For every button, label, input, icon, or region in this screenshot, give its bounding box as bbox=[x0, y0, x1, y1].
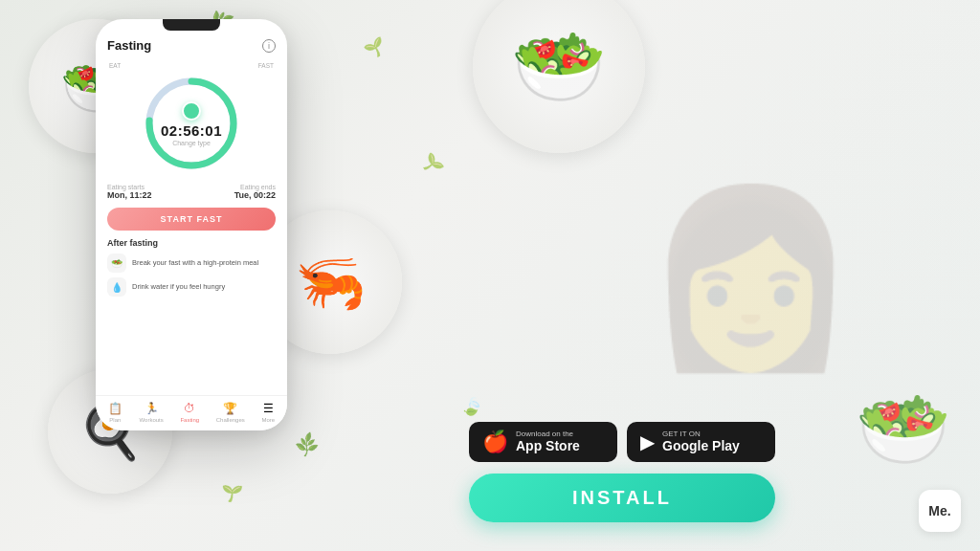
nav-challenges[interactable]: 🏆 Challenges bbox=[216, 402, 245, 423]
fast-label: FAST bbox=[258, 62, 274, 69]
eating-ends: Eating ends Tue, 00:22 bbox=[234, 184, 276, 200]
eating-starts: Eating starts Mon, 11:22 bbox=[107, 184, 152, 200]
tip-item-1: 🥗 Break your fast with a high-protein me… bbox=[107, 253, 276, 273]
challenges-icon: 🏆 bbox=[223, 402, 237, 415]
google-play-sub: GET IT ON bbox=[662, 430, 740, 438]
nav-workouts-label: Workouts bbox=[140, 417, 164, 423]
nav-more-label: More bbox=[261, 417, 275, 423]
fasting-icon: ⏱ bbox=[184, 402, 195, 415]
eating-ends-label: Eating ends bbox=[234, 184, 276, 190]
timer-time: 02:56:01 bbox=[161, 122, 222, 139]
eating-starts-label: Eating starts bbox=[107, 184, 152, 190]
timer-change-label: Change type bbox=[172, 140, 211, 146]
timer-inner: 02:56:01 Change type bbox=[139, 71, 244, 176]
tip-text-2: Drink water if you feel hungry bbox=[132, 282, 225, 292]
eating-info: Eating starts Mon, 11:22 Eating ends Tue… bbox=[107, 184, 276, 200]
phone-frame: Fasting i EAT FAST 02:56:01 bbox=[96, 19, 287, 430]
plan-icon: 📋 bbox=[108, 402, 122, 415]
after-fasting-title: After fasting bbox=[107, 238, 276, 248]
app-store-button[interactable]: 🍎 Download on the App Store bbox=[469, 422, 617, 462]
google-icon: ▶ bbox=[640, 430, 655, 453]
nav-challenges-label: Challenges bbox=[216, 417, 245, 423]
app-store-main: App Store bbox=[516, 438, 580, 454]
app-store-text: Download on the App Store bbox=[516, 430, 580, 454]
nav-plan[interactable]: 📋 Plan bbox=[108, 402, 122, 423]
google-play-text: GET IT ON Google Play bbox=[662, 430, 740, 454]
app-store-sub: Download on the bbox=[516, 430, 580, 438]
nav-fasting[interactable]: ⏱ Fasting bbox=[180, 402, 199, 423]
nav-fasting-label: Fasting bbox=[180, 417, 199, 423]
start-fast-button[interactable]: START FAST bbox=[107, 208, 276, 231]
salad-bowl-decor: 🥗 bbox=[856, 385, 951, 474]
tip-item-2: 💧 Drink water if you feel hungry bbox=[107, 277, 276, 297]
tip-text-1: Break your fast with a high-protein meal bbox=[132, 258, 258, 268]
tip-icon-2: 💧 bbox=[107, 277, 126, 297]
phone-notch bbox=[163, 19, 220, 31]
after-fasting-section: After fasting 🥗 Break your fast with a h… bbox=[107, 238, 276, 386]
timer-dot bbox=[182, 101, 201, 121]
phone-screen: Fasting i EAT FAST 02:56:01 bbox=[96, 31, 287, 394]
timer-circle: 02:56:01 Change type bbox=[139, 71, 244, 176]
apple-icon: 🍎 bbox=[482, 430, 508, 454]
phone-nav: 📋 Plan 🏃 Workouts ⏱ Fasting 🏆 Challenges… bbox=[96, 395, 287, 430]
google-play-main: Google Play bbox=[662, 438, 740, 454]
cta-section: 🍎 Download on the App Store ▶ GET IT ON … bbox=[469, 422, 775, 522]
timer-labels: EAT FAST bbox=[107, 62, 276, 69]
phone-screen-title: Fasting bbox=[107, 38, 151, 53]
phone-mockup: Fasting i EAT FAST 02:56:01 bbox=[96, 19, 287, 430]
eating-ends-value: Tue, 00:22 bbox=[234, 190, 276, 200]
nav-more[interactable]: ☰ More bbox=[261, 402, 275, 423]
eating-starts-value: Mon, 11:22 bbox=[107, 190, 152, 200]
install-button[interactable]: INSTALL bbox=[469, 474, 775, 522]
info-icon[interactable]: i bbox=[262, 39, 276, 53]
me-logo-text: Me. bbox=[928, 503, 950, 518]
nav-workouts[interactable]: 🏃 Workouts bbox=[140, 402, 164, 423]
nav-plan-label: Plan bbox=[109, 417, 121, 423]
phone-header: Fasting i bbox=[107, 38, 276, 53]
workouts-icon: 🏃 bbox=[145, 402, 159, 415]
google-play-button[interactable]: ▶ GET IT ON Google Play bbox=[627, 422, 775, 462]
more-icon: ☰ bbox=[263, 402, 274, 415]
timer-section: EAT FAST 02:56:01 Change type bbox=[107, 62, 276, 180]
eat-label: EAT bbox=[109, 62, 121, 69]
me-logo: Me. bbox=[919, 490, 961, 532]
store-buttons: 🍎 Download on the App Store ▶ GET IT ON … bbox=[469, 422, 775, 462]
tip-icon-1: 🥗 bbox=[107, 253, 126, 273]
